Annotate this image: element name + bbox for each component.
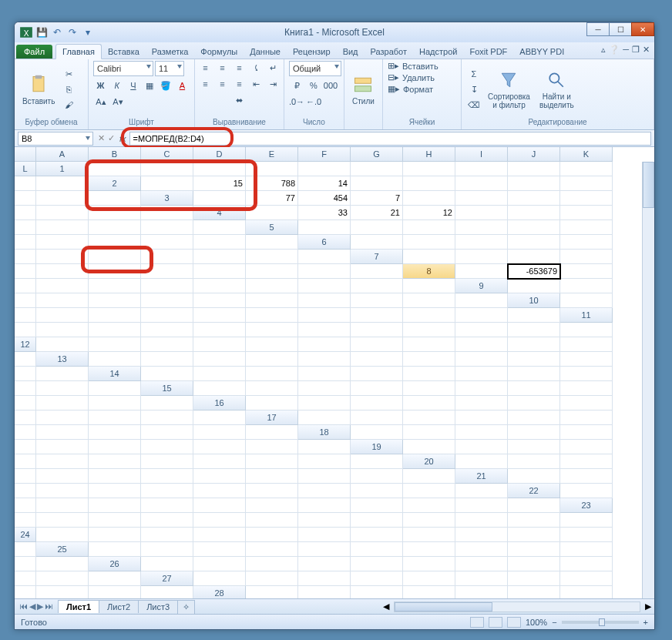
cell[interactable] [36,206,89,220]
cell[interactable] [560,293,613,308]
row-header[interactable]: 26 [89,557,141,571]
cell[interactable] [36,250,89,264]
cell[interactable] [141,352,193,367]
cell[interactable] [351,557,403,571]
cell[interactable] [298,396,351,410]
cell[interactable] [246,440,298,454]
cell[interactable] [36,337,89,352]
wrap-text-icon[interactable]: ↵ [266,61,281,75]
column-header[interactable]: A [36,147,89,162]
cell[interactable] [246,293,298,308]
sheet-tab-1[interactable]: Лист1 [58,600,99,613]
cell[interactable] [36,293,89,308]
save-icon[interactable]: 💾 [35,25,49,39]
cell[interactable] [560,557,613,571]
cell[interactable] [403,220,455,235]
cell[interactable] [455,293,508,308]
cell[interactable] [298,352,351,367]
cell[interactable] [89,337,141,352]
cell[interactable] [298,557,351,571]
underline-icon[interactable]: Ч [126,79,140,92]
cell[interactable] [36,176,89,191]
cell[interactable] [298,469,351,484]
fill-icon[interactable]: ↧ [466,82,482,96]
cell[interactable] [15,323,36,337]
cell[interactable] [15,381,36,396]
row-header[interactable]: 4 [193,206,246,220]
align-top-icon[interactable]: ≡ [198,61,213,75]
cell[interactable] [455,264,508,279]
row-header[interactable]: 13 [36,352,89,367]
row-header[interactable]: 20 [403,454,455,469]
cell[interactable] [141,484,193,498]
merge-icon[interactable]: ⬌ [232,93,247,107]
fx-icon[interactable]: fx [119,134,126,143]
cell[interactable] [508,396,560,410]
styles-button[interactable]: Стили [349,72,378,107]
row-header[interactable]: 1 [36,162,89,176]
cell[interactable] [351,176,403,191]
cell[interactable] [403,469,455,484]
cell[interactable] [246,425,298,440]
cell[interactable] [141,542,193,557]
cell[interactable] [560,410,613,425]
cell[interactable] [193,279,246,293]
cell[interactable] [246,264,298,279]
cell[interactable] [36,571,89,586]
cell[interactable] [508,162,560,176]
cell[interactable] [351,410,403,425]
cell[interactable] [193,191,246,206]
cell[interactable] [246,250,298,264]
cell[interactable] [298,220,351,235]
cell[interactable] [36,469,89,484]
row-header[interactable]: 9 [455,279,508,293]
cell[interactable] [455,337,508,352]
cell[interactable] [15,191,36,206]
cell[interactable] [15,279,36,293]
tab-formulas[interactable]: Формулы [194,45,244,59]
italic-icon[interactable]: К [109,79,124,92]
cell[interactable] [351,542,403,557]
cell[interactable] [15,352,36,367]
cell[interactable] [15,410,36,425]
cell[interactable] [560,396,613,410]
cell[interactable] [508,586,560,598]
row-header[interactable]: 19 [351,440,403,454]
cell[interactable] [141,293,193,308]
cell[interactable] [15,293,36,308]
cell[interactable] [89,191,141,206]
autosum-icon[interactable]: Σ [466,67,482,81]
cell[interactable] [508,381,560,396]
cell[interactable] [455,250,508,264]
cell[interactable] [15,469,36,484]
row-header[interactable]: 12 [15,337,36,352]
cell[interactable] [36,279,89,293]
cell[interactable] [193,528,246,542]
cell[interactable] [15,220,36,235]
scroll-thumb[interactable] [643,162,654,208]
row-header[interactable]: 6 [298,235,351,250]
cell[interactable] [298,528,351,542]
zoom-level[interactable]: 100% [526,618,547,627]
cell[interactable] [455,586,508,598]
row-header[interactable]: 21 [455,469,508,484]
cell[interactable] [141,176,193,191]
paste-button[interactable]: Вставить [19,72,58,107]
align-middle-icon[interactable]: ≡ [215,61,230,75]
cell[interactable] [560,191,613,206]
cell[interactable] [36,513,89,528]
cell[interactable] [246,308,298,323]
cell[interactable] [193,410,246,425]
cell[interactable] [193,454,246,469]
cell[interactable] [508,454,560,469]
cell[interactable] [508,279,560,293]
cell[interactable] [15,425,36,440]
cell[interactable] [141,220,193,235]
cell[interactable] [298,381,351,396]
insert-cells-button[interactable]: ⊞▸ Вставить [388,61,456,71]
cell[interactable] [455,367,508,381]
cell[interactable] [141,440,193,454]
cancel-formula-icon[interactable]: ✕ [98,133,105,143]
cell[interactable] [141,367,193,381]
indent-increase-icon[interactable]: ⇥ [266,77,281,91]
